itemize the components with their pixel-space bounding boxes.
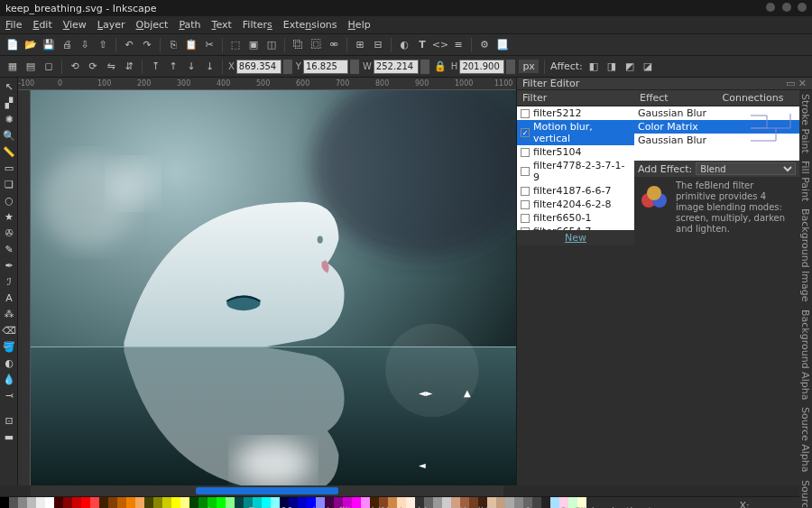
color-swatch[interactable] [171, 497, 180, 508]
lower-bottom-icon[interactable]: ⤓ [202, 60, 217, 74]
selection-handle[interactable]: ◄► [419, 388, 426, 395]
source-tab[interactable]: Source Graphic [800, 480, 811, 508]
menu-text[interactable]: Text [212, 19, 232, 31]
panel-close-icon[interactable]: ✕ [798, 78, 807, 89]
affect-pattern-icon[interactable]: ◪ [641, 60, 655, 74]
prefs-icon[interactable]: ⚙ [477, 38, 492, 52]
color-swatch[interactable] [72, 497, 81, 508]
h-spinner[interactable] [506, 60, 515, 74]
canvas-scrollbar-h[interactable] [31, 485, 503, 496]
color-swatch[interactable] [90, 497, 99, 508]
unlink-icon[interactable]: ⚮ [327, 38, 341, 52]
raise-top-icon[interactable]: ⤒ [148, 60, 162, 74]
color-swatch[interactable] [54, 497, 63, 508]
color-swatch[interactable] [189, 497, 198, 508]
source-tab[interactable]: Source Alpha [800, 407, 811, 473]
select-all-icon[interactable]: ▦ [5, 60, 20, 74]
filter-item[interactable]: filter5212 [517, 106, 634, 120]
cut-icon[interactable]: ✂ [202, 38, 217, 52]
doc-prefs-icon[interactable]: 📃 [495, 38, 510, 52]
menu-object[interactable]: Object [136, 19, 169, 31]
new-filter-link[interactable]: New [517, 230, 634, 245]
open-file-icon[interactable]: 📂 [23, 38, 38, 52]
window-controls[interactable] [762, 3, 807, 14]
color-swatch[interactable] [9, 497, 18, 508]
source-tab[interactable]: Background Image [800, 208, 811, 302]
color-swatch[interactable] [144, 497, 153, 508]
clone-icon[interactable]: ⿴ [309, 38, 323, 52]
color-swatch[interactable] [126, 497, 135, 508]
node-tool-icon[interactable]: ▞ [2, 96, 16, 110]
text-tool-icon[interactable]: A [2, 291, 16, 305]
y-input[interactable] [303, 60, 348, 74]
x-input[interactable] [236, 60, 281, 74]
affect-corners-icon[interactable]: ◨ [604, 60, 619, 74]
menu-path[interactable]: Path [179, 19, 200, 31]
filter-item[interactable]: ✓Motion blur, vertical [517, 120, 634, 145]
measure-tool-icon[interactable]: 📏 [2, 144, 16, 159]
h-input[interactable] [459, 60, 504, 74]
menu-edit[interactable]: Edit [32, 19, 51, 31]
color-swatch[interactable] [81, 497, 90, 508]
source-tab[interactable]: Background Alpha [800, 309, 811, 400]
raise-icon[interactable]: ↑ [166, 60, 180, 74]
color-swatch[interactable] [18, 497, 27, 508]
panel-minimize-icon[interactable]: ▭ [786, 78, 795, 89]
import-icon[interactable]: ⇩ [78, 38, 92, 52]
align-icon[interactable]: ≡ [451, 38, 466, 52]
filter-list[interactable]: filter5212✓Motion blur, verticalfilter51… [517, 106, 634, 230]
filter-item[interactable]: filter5104 [517, 145, 634, 159]
deselect-icon[interactable]: ◻ [42, 60, 56, 74]
connection-source-tabs[interactable]: Stroke PaintFill PaintBackground ImageBa… [799, 90, 812, 508]
add-effect-select[interactable]: Blend [696, 162, 796, 175]
flip-h-icon[interactable]: ⇋ [104, 60, 118, 74]
lock-aspect-icon[interactable]: 🔒 [433, 60, 448, 74]
xml-icon[interactable]: <> [433, 38, 448, 52]
w-input[interactable] [374, 60, 419, 74]
x-spinner[interactable] [283, 60, 292, 74]
color-swatch[interactable] [27, 497, 36, 508]
filter-item[interactable]: filter4204-6-2-8 [517, 198, 634, 211]
color-swatch[interactable] [153, 497, 162, 508]
rotate-ccw-icon[interactable]: ⟲ [68, 60, 82, 74]
color-swatch[interactable] [162, 497, 171, 508]
menu-filters[interactable]: Filters [243, 19, 272, 31]
new-file-icon[interactable]: 📄 [5, 38, 20, 52]
print-icon[interactable]: 🖨 [60, 38, 74, 52]
color-swatch[interactable] [0, 497, 9, 508]
snap-tool-icon[interactable]: ⊡ [2, 413, 16, 428]
color-swatch[interactable] [63, 497, 72, 508]
fill-stroke-icon[interactable]: ◐ [397, 38, 411, 52]
selection-handle[interactable]: ◄ [419, 460, 426, 467]
color-swatch[interactable] [135, 497, 144, 508]
lower-icon[interactable]: ↓ [184, 60, 198, 74]
dropper-tool-icon[interactable]: 💧 [2, 372, 16, 386]
source-tab[interactable]: Fill Paint [800, 161, 811, 201]
menu-help[interactable]: Help [348, 19, 371, 31]
save-icon[interactable]: 💾 [42, 38, 56, 52]
paste-icon[interactable]: 📋 [184, 38, 198, 52]
zoom-tool-icon[interactable]: 🔍 [2, 128, 16, 143]
menu-file[interactable]: File [5, 19, 22, 31]
copy-icon[interactable]: ⎘ [166, 38, 180, 52]
rotate-cw-icon[interactable]: ⟳ [86, 60, 100, 74]
connector-tool-icon[interactable]: ⤙ [2, 388, 16, 402]
minimize-icon[interactable] [766, 3, 775, 12]
gradient-tool-icon[interactable]: ◐ [2, 356, 16, 370]
select-layer-icon[interactable]: ▤ [23, 60, 38, 74]
spiral-tool-icon[interactable]: ✇ [2, 226, 16, 240]
color-swatch[interactable] [108, 497, 117, 508]
close-icon[interactable] [798, 3, 807, 12]
y-spinner[interactable] [350, 60, 359, 74]
undo-icon[interactable]: ↶ [122, 38, 136, 52]
3dbox-tool-icon[interactable]: ❏ [2, 177, 16, 191]
filter-item[interactable]: filter4187-6-6-7 [517, 184, 634, 198]
unit-select[interactable]: px [519, 60, 539, 73]
menu-view[interactable]: View [63, 19, 87, 31]
menu-extensions[interactable]: Extensions [283, 19, 337, 31]
affect-gradient-icon[interactable]: ◩ [623, 60, 637, 74]
color-swatch-icon[interactable]: ▬ [2, 429, 16, 444]
color-swatch[interactable] [36, 497, 45, 508]
ungroup-icon[interactable]: ⊟ [371, 38, 385, 52]
zoom-drawing-icon[interactable]: ▣ [246, 38, 261, 52]
